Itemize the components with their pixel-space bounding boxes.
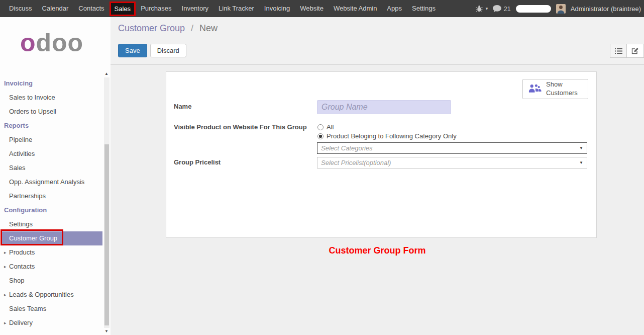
- menu-purchases[interactable]: Purchases: [136, 0, 176, 17]
- sidebar-section-configuration: Configuration: [0, 203, 102, 217]
- sidebar-item-sales-teams[interactable]: Sales Teams: [2, 302, 102, 316]
- sidebar-scrollbar[interactable]: [104, 77, 110, 328]
- radio-all-label: All: [327, 123, 334, 131]
- sidebar-item-leads-opportunities[interactable]: ▸ Leads & Opportunities: [2, 288, 102, 302]
- sidebar-item-shop[interactable]: Shop: [2, 274, 102, 288]
- sidebar-item-activities[interactable]: Activities: [2, 147, 102, 161]
- sidebar-item-contacts[interactable]: ▸ Contacts: [2, 260, 102, 274]
- list-icon: [615, 48, 622, 54]
- menu-settings[interactable]: Settings: [407, 0, 441, 17]
- menu-inventory[interactable]: Inventory: [177, 0, 213, 17]
- group-name-input[interactable]: [317, 100, 451, 114]
- sidebar-section-invoicing: Invoicing: [0, 76, 102, 91]
- odoo-logo: odoo: [0, 30, 103, 55]
- chat-bubble-icon: [493, 5, 501, 13]
- menu-link-tracker[interactable]: Link Tracker: [213, 0, 259, 17]
- annotation-caption: Customer Group Form: [111, 245, 644, 256]
- radio-option-category[interactable]: Product Beloging to Following Category O…: [317, 132, 457, 140]
- menu-apps[interactable]: Apps: [382, 0, 407, 17]
- menu-website-admin[interactable]: Website Admin: [329, 0, 382, 17]
- show-customers-button[interactable]: Show Customers: [522, 79, 588, 99]
- sidebar-item-orders-to-upsell[interactable]: Orders to Upsell: [2, 105, 102, 119]
- menu-discuss[interactable]: Discuss: [4, 0, 37, 17]
- systray-pill[interactable]: [516, 5, 551, 13]
- name-label: Name: [174, 103, 191, 110]
- sidebar-item-opp-assignment-analysis[interactable]: Opp. Assignment Analysis: [2, 175, 102, 189]
- messages-button[interactable]: 21: [493, 5, 510, 13]
- sidebar-item-customer-group[interactable]: Customer Group: [2, 231, 102, 245]
- expand-arrow-icon: ▸: [4, 260, 7, 274]
- menu-invoicing[interactable]: Invoicing: [259, 0, 295, 17]
- form-sheet: Show Customers Name Visible Product on W…: [166, 71, 597, 238]
- dropdown-caret-icon: ▼: [579, 160, 583, 165]
- menu-website[interactable]: Website: [295, 0, 329, 17]
- sidebar-item-pipeline[interactable]: Pipeline: [2, 133, 102, 147]
- user-menu[interactable]: Administrator (braintree): [571, 5, 641, 13]
- top-menubar: Discuss Calendar Contacts Sales Purchase…: [0, 0, 644, 17]
- categories-select[interactable]: Select Categories ▼: [317, 142, 587, 154]
- expand-arrow-icon: ▸: [4, 288, 7, 302]
- systray: ▾ 21 Administrator (braintree): [476, 4, 644, 14]
- visible-product-label: Visible Product on Website For This Grou…: [174, 123, 307, 131]
- scrollbar-thumb[interactable]: [104, 144, 109, 325]
- scroll-down-icon[interactable]: ▼: [104, 329, 109, 333]
- menu-sales[interactable]: Sales: [110, 2, 136, 16]
- menu-contacts[interactable]: Contacts: [73, 0, 109, 17]
- app-menus: Discuss Calendar Contacts Sales Purchase…: [0, 0, 441, 17]
- scroll-up-icon[interactable]: ▲: [104, 71, 109, 76]
- sidebar-item-sales-to-invoice[interactable]: Sales to Invoice: [2, 91, 102, 105]
- breadcrumb-separator: /: [191, 23, 193, 33]
- menu-calendar[interactable]: Calendar: [37, 0, 74, 17]
- dropdown-caret-icon: ▼: [579, 146, 583, 150]
- form-action-buttons: Save Discard: [118, 44, 186, 57]
- sidebar-section-reports: Reports: [0, 119, 102, 133]
- edit-form-icon: [631, 47, 639, 54]
- expand-arrow-icon: ▸: [4, 245, 7, 260]
- pricelist-placeholder: Select Pricelist(optional): [321, 159, 391, 166]
- discard-button[interactable]: Discard: [150, 44, 186, 57]
- list-view-button[interactable]: [610, 44, 627, 58]
- radio-category-label: Product Beloging to Following Category O…: [327, 132, 457, 140]
- sidebar-item-partnerships[interactable]: Partnerships: [2, 189, 102, 203]
- debug-caret-icon[interactable]: ▾: [486, 6, 488, 11]
- sidebar: odoo Invoicing Sales to Invoice Orders t…: [0, 17, 111, 335]
- breadcrumb-new: New: [199, 23, 218, 33]
- sidebar-item-sales[interactable]: Sales: [2, 161, 102, 175]
- debug-bug-icon[interactable]: [476, 5, 483, 12]
- radio-category-input[interactable]: [317, 133, 324, 139]
- sidebar-item-delivery[interactable]: ▸ Delivery: [2, 316, 102, 330]
- message-count: 21: [503, 5, 510, 13]
- sidebar-item-products[interactable]: ▸ Products: [2, 245, 102, 260]
- breadcrumb-customer-group[interactable]: Customer Group: [118, 23, 185, 33]
- user-avatar[interactable]: [556, 4, 566, 14]
- expand-arrow-icon: ▸: [4, 316, 7, 330]
- customers-group-icon: [528, 83, 542, 95]
- view-switcher: [610, 44, 644, 58]
- main-content: Show Customers Name Visible Product on W…: [111, 65, 644, 335]
- form-view-button[interactable]: [627, 44, 644, 58]
- save-button[interactable]: Save: [118, 44, 147, 57]
- categories-placeholder: Select Categories: [321, 144, 373, 152]
- pricelist-select[interactable]: Select Pricelist(optional) ▼: [317, 157, 587, 169]
- sidebar-menu: Invoicing Sales to Invoice Orders to Ups…: [0, 76, 102, 330]
- pricelist-label: Group Pricelist: [174, 158, 221, 166]
- radio-option-all[interactable]: All: [317, 123, 334, 131]
- radio-all-input[interactable]: [317, 124, 324, 130]
- breadcrumb: Customer Group / New: [118, 23, 218, 34]
- show-customers-label: Show Customers: [546, 80, 581, 98]
- sidebar-item-settings[interactable]: Settings: [2, 217, 102, 231]
- control-panel: Customer Group / New Save Discard: [111, 17, 644, 65]
